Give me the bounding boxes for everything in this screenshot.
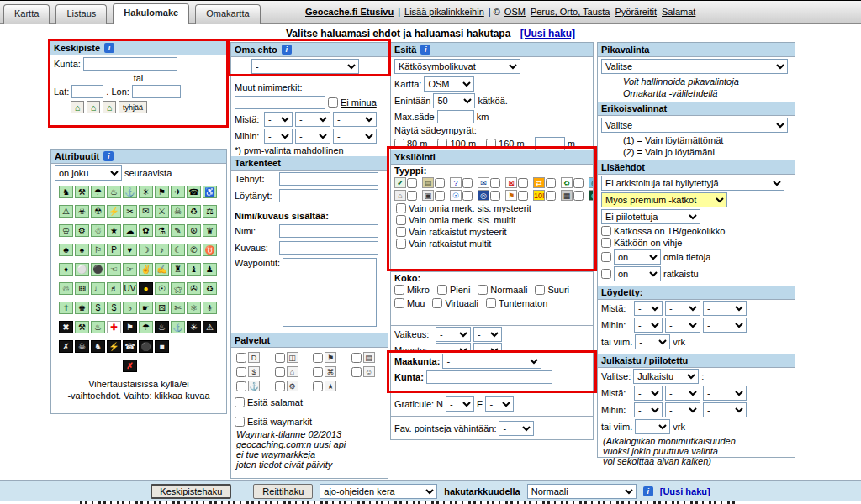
- attribute-icon[interactable]: ⚫: [139, 340, 153, 353]
- attribute-icon[interactable]: ✖: [59, 321, 73, 333]
- cache-type-checkbox[interactable]: [573, 178, 584, 188]
- attribute-icon[interactable]: ♨: [107, 186, 121, 198]
- cache-type-checkbox[interactable]: [518, 178, 528, 188]
- link-perus-orto-tausta[interactable]: Perus, Orto, Tausta: [531, 7, 610, 17]
- checkbox[interactable]: [478, 285, 488, 295]
- attribute-icon[interactable]: ✌: [139, 263, 153, 276]
- attribute-icon[interactable]: ☀: [187, 321, 201, 333]
- attribute-icon[interactable]: ♛: [203, 224, 217, 237]
- attribute-icon[interactable]: ♻: [187, 205, 201, 218]
- cache-type-checkbox[interactable]: [573, 191, 584, 201]
- attribute-icon[interactable]: ☽: [139, 244, 153, 256]
- checkbox[interactable]: [486, 298, 496, 308]
- service-checkbox[interactable]: [236, 381, 246, 391]
- checkbox[interactable]: [394, 298, 404, 308]
- attribute-icon[interactable]: ♩: [91, 282, 105, 295]
- attribute-icon[interactable]: ♉: [203, 244, 217, 256]
- oma-ehto-mihin-month[interactable]: -: [295, 129, 330, 144]
- ei-minua-checkbox[interactable]: [328, 97, 338, 108]
- service-checkbox[interactable]: [236, 353, 246, 363]
- checkbox-option[interactable]: Muu: [394, 298, 425, 308]
- attribute-icon[interactable]: ♞: [91, 340, 105, 353]
- home-icon-button[interactable]: ⌂: [103, 101, 116, 113]
- reittihaku-button[interactable]: Reittihaku: [253, 484, 313, 499]
- cache-type-checkbox[interactable]: [546, 178, 556, 188]
- tab-omakartta[interactable]: Omakartta: [195, 4, 260, 24]
- attribute-icon[interactable]: ☂: [139, 321, 153, 333]
- tab-kartta[interactable]: Kartta: [3, 4, 50, 24]
- premium-select[interactable]: Myös premium -kätköt: [601, 192, 727, 207]
- cache-type-checkbox[interactable]: [435, 191, 445, 201]
- attribute-icon[interactable]: ♻: [203, 282, 217, 295]
- attribute-icon[interactable]: ✍: [155, 263, 169, 276]
- attribute-icon[interactable]: ⚑: [155, 186, 169, 198]
- tab-listaus[interactable]: Listaus: [55, 4, 107, 24]
- attribute-icon[interactable]: ⚜: [203, 302, 217, 314]
- lat-input[interactable]: [71, 85, 103, 98]
- oma-ehto-mihin-day[interactable]: -: [264, 129, 293, 144]
- attribute-icon[interactable]: ♬: [107, 282, 121, 295]
- service-checkbox[interactable]: [351, 367, 362, 377]
- attribute-icon[interactable]: ✗: [59, 340, 73, 353]
- radius-100-option[interactable]: 100 m: [437, 139, 476, 149]
- attribute-icon[interactable]: ✝: [59, 302, 73, 314]
- julkaistu-mihin-year[interactable]: -: [703, 402, 747, 417]
- attribute-icon[interactable]: ⚙: [75, 224, 89, 237]
- omia-tietoja-select[interactable]: on: [614, 249, 661, 265]
- attribute-icon[interactable]: ⚒: [75, 186, 89, 198]
- loydetty-viim-select[interactable]: -: [635, 334, 670, 349]
- attribute-icon[interactable]: ♭: [123, 302, 137, 314]
- loydetty-mista-month[interactable]: -: [665, 301, 700, 316]
- attribute-icon[interactable]: ✂: [123, 205, 137, 218]
- cache-type-checkbox[interactable]: [490, 178, 500, 188]
- checkbox[interactable]: [396, 239, 406, 249]
- oma-ehto-mista-month[interactable]: -: [295, 112, 330, 127]
- attribute-icon[interactable]: ☂: [91, 186, 105, 198]
- attribute-icon[interactable]: ☠: [171, 205, 185, 218]
- cache-type-checkbox[interactable]: [435, 178, 445, 188]
- attribute-icon[interactable]: ⚒: [75, 321, 89, 333]
- service-checkbox[interactable]: [275, 353, 285, 363]
- loydetty-mihin-day[interactable]: -: [634, 318, 663, 333]
- attribute-icon[interactable]: ⚛: [187, 302, 201, 314]
- attribute-icon[interactable]: ♲: [59, 282, 73, 295]
- attribute-icon[interactable]: ♠: [75, 244, 89, 256]
- attribute-icon[interactable]: ✇: [187, 282, 201, 295]
- attribute-icon[interactable]: ⚫: [91, 263, 105, 276]
- max-sade-input[interactable]: [437, 110, 474, 123]
- graticule-e-select[interactable]: -: [485, 396, 514, 412]
- pikavalinta-select[interactable]: Valitse: [601, 59, 788, 74]
- attribute-icon[interactable]: ☁: [123, 224, 137, 237]
- attribute-icon[interactable]: ☮: [187, 224, 201, 237]
- attribute-icon[interactable]: ♨: [91, 321, 105, 333]
- attribute-icon[interactable]: ☾: [171, 244, 185, 256]
- attribute-icon[interactable]: ⚐: [91, 244, 105, 256]
- cache-type-checkbox[interactable]: [462, 191, 473, 201]
- julkaistu-mista-year[interactable]: -: [703, 386, 747, 401]
- checkbox-option[interactable]: Mikro: [394, 285, 430, 295]
- link-pyorareitit[interactable]: Pyöräreitit: [615, 7, 657, 17]
- radius-80-option[interactable]: 80 m: [394, 139, 427, 149]
- erikoisvalinnat-select[interactable]: Valitse: [601, 118, 788, 133]
- attribute-icon[interactable]: ⚡: [107, 340, 121, 353]
- radius-custom-input[interactable]: [535, 137, 565, 150]
- attribute-icon[interactable]: ✚: [107, 321, 121, 333]
- julkaistu-mihin-month[interactable]: -: [665, 402, 700, 417]
- attribute-icon[interactable]: ☛: [139, 302, 153, 314]
- julkaistu-viim-select[interactable]: -: [635, 419, 670, 434]
- attribute-icon[interactable]: ⚡: [107, 205, 121, 218]
- attribute-icon[interactable]: ♨: [155, 321, 169, 333]
- waypointit-textarea[interactable]: [283, 258, 377, 327]
- link-osm[interactable]: OSM: [504, 7, 526, 17]
- checkbox[interactable]: [394, 285, 404, 295]
- attribute-icon[interactable]: $: [107, 302, 121, 314]
- attribute-icon[interactable]: ☢: [91, 205, 105, 218]
- checkbox-option[interactable]: Tuntematon: [486, 298, 547, 308]
- service-checkbox[interactable]: [313, 367, 323, 377]
- vaikeus-min-select[interactable]: -: [436, 327, 471, 342]
- kartta-select[interactable]: OSM: [424, 76, 474, 92]
- attribute-icon[interactable]: ⚠: [59, 205, 73, 218]
- attribute-icon[interactable]: ☣: [75, 205, 89, 218]
- ajo-ohjeet-select[interactable]: ajo-ohjeiden kera: [320, 484, 437, 499]
- checkbox[interactable]: [396, 215, 406, 225]
